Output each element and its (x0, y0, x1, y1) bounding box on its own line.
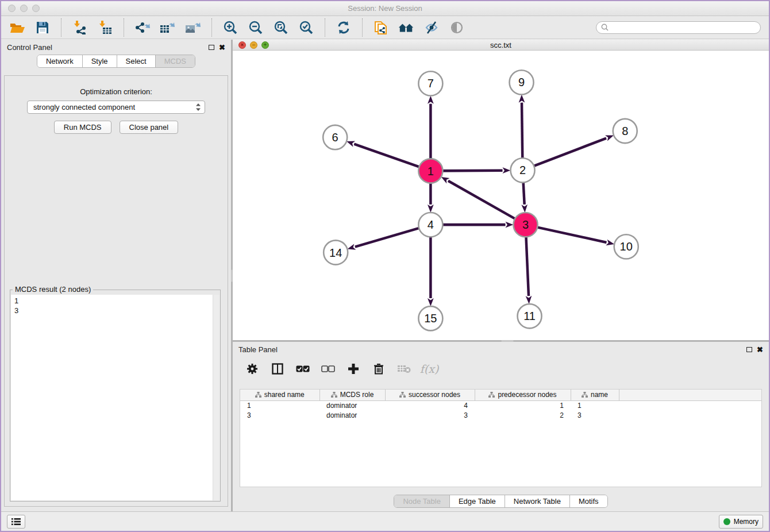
column-header-successor-nodes[interactable]: successor nodes (385, 390, 475, 400)
zoom-window-icon[interactable] (32, 5, 40, 12)
window-controls (1, 5, 40, 12)
result-scrollbar[interactable] (213, 295, 220, 500)
export-table-icon[interactable] (160, 20, 176, 36)
table-panel: Table Panel ✖ (233, 342, 769, 511)
splitter-handle-horizontal[interactable] (501, 340, 514, 342)
float-panel-icon[interactable] (209, 45, 214, 50)
list-icon (11, 518, 21, 526)
node-table[interactable]: shared nameMCDS rolesuccessor nodesprede… (240, 389, 762, 487)
node-label-8: 8 (622, 125, 628, 137)
tab-select[interactable]: Select (117, 55, 155, 67)
table-cell[interactable]: 2 (475, 410, 571, 420)
mcds-result-group: MCDS result (2 nodes) 1 3 (10, 290, 221, 502)
tab-style[interactable]: Style (82, 55, 117, 67)
function-builder-icon[interactable]: f(x) (422, 362, 436, 376)
node-label-11: 11 (523, 310, 536, 323)
toolbar-separator (61, 18, 61, 37)
network-canvas[interactable]: 7968124314101511 (233, 51, 769, 340)
open-session-icon[interactable] (9, 20, 25, 36)
column-header-name[interactable]: name (571, 390, 619, 400)
tab-network[interactable]: Network (37, 55, 82, 67)
search-input[interactable] (611, 24, 756, 32)
deselect-all-icon[interactable] (321, 362, 335, 376)
column-header-filler (619, 390, 761, 400)
edge-2-8[interactable] (523, 138, 606, 171)
control-panel-tabs: NetworkStyleSelectMCDS (37, 55, 195, 68)
table-cell[interactable]: 3 (571, 410, 619, 420)
zoom-out-icon[interactable] (248, 20, 264, 36)
refresh-icon[interactable] (336, 20, 352, 36)
criterion-select[interactable]: strongly connected component (27, 101, 205, 114)
minimize-window-icon[interactable] (20, 5, 28, 12)
table-cell[interactable]: 3 (240, 410, 319, 420)
task-history-button[interactable] (7, 515, 25, 529)
node-label-10: 10 (620, 241, 633, 253)
export-network-icon[interactable] (134, 20, 151, 36)
mcds-result-list[interactable]: 1 3 (11, 295, 220, 500)
toolbar-separator (211, 18, 212, 37)
tab-mcds[interactable]: MCDS (155, 55, 195, 67)
node-label-2: 2 (519, 164, 526, 177)
export-image-icon[interactable] (185, 20, 201, 36)
zoom-in-icon[interactable] (222, 20, 238, 36)
node-label-1: 1 (428, 165, 434, 178)
close-panel-icon[interactable]: ✖ (219, 44, 225, 51)
node-label-6: 6 (332, 132, 338, 144)
splitter-handle[interactable] (231, 269, 233, 282)
close-table-panel-icon[interactable]: ✖ (757, 346, 763, 353)
search-field[interactable] (596, 21, 761, 34)
table-cell[interactable]: 1 (240, 400, 319, 410)
zoom-fit-icon[interactable] (273, 20, 289, 36)
tab-motifs[interactable]: Motifs (569, 495, 607, 507)
import-table-icon[interactable] (97, 20, 113, 36)
run-mcds-button[interactable]: Run MCDS (54, 121, 111, 134)
select-all-icon[interactable] (296, 362, 310, 376)
split-columns-icon[interactable] (271, 362, 284, 376)
network-maximize-icon[interactable]: + (261, 41, 269, 49)
memory-button[interactable]: Memory (719, 515, 763, 529)
show-hide-graphics-icon[interactable] (424, 20, 440, 36)
table-row[interactable]: 3dominator323 (240, 410, 761, 420)
zoom-selected-icon[interactable] (298, 20, 314, 36)
table-cell[interactable]: 1 (475, 400, 571, 410)
network-close-icon[interactable]: × (238, 41, 246, 49)
network-minimize-icon[interactable]: − (250, 41, 257, 49)
edge-3-1[interactable] (448, 181, 526, 225)
close-panel-button[interactable]: Close panel (120, 121, 179, 134)
clone-network-icon[interactable] (373, 20, 389, 36)
delete-row-icon[interactable] (372, 362, 386, 376)
column-header-MCDS-role[interactable]: MCDS role (319, 390, 385, 400)
gear-icon[interactable] (245, 362, 259, 376)
first-neighbors-icon[interactable] (398, 20, 414, 36)
main-toolbar (1, 16, 769, 39)
node-label-7: 7 (428, 78, 434, 90)
delete-table-icon[interactable] (397, 362, 411, 376)
table-cell[interactable]: dominator (319, 410, 385, 420)
column-header-shared-name[interactable]: shared name (240, 390, 319, 400)
node-label-4: 4 (428, 219, 434, 232)
show-hide-panel-icon[interactable] (449, 20, 465, 36)
float-table-panel-icon[interactable] (746, 347, 752, 352)
column-header-predecessor-nodes[interactable]: predecessor nodes (475, 390, 571, 400)
toolbar-separator (325, 18, 325, 37)
titlebar: Session: New Session (1, 1, 769, 16)
memory-status-icon (723, 518, 730, 525)
tab-edge-table[interactable]: Edge Table (449, 495, 505, 507)
table-cell[interactable]: 3 (385, 410, 475, 420)
table-row[interactable]: 1dominator411 (240, 400, 761, 410)
network-graph[interactable]: 7968124314101511 (233, 51, 769, 340)
close-window-icon[interactable] (8, 5, 16, 12)
add-row-icon[interactable] (346, 362, 360, 376)
node-label-15: 15 (424, 313, 437, 325)
table-cell[interactable]: dominator (319, 400, 385, 410)
control-panel: Control Panel ✖ NetworkStyleSelectMCDS O… (1, 40, 233, 511)
mcds-result-title: MCDS result (2 nodes) (13, 285, 93, 294)
import-network-icon[interactable] (72, 20, 88, 36)
node-label-14: 14 (329, 246, 342, 259)
tab-network-table[interactable]: Network Table (505, 495, 569, 507)
status-bar: Memory (1, 511, 769, 531)
table-cell[interactable]: 4 (385, 400, 475, 410)
tab-node-table[interactable]: Node Table (394, 495, 449, 507)
table-cell[interactable]: 1 (571, 400, 619, 410)
save-session-icon[interactable] (34, 20, 51, 36)
